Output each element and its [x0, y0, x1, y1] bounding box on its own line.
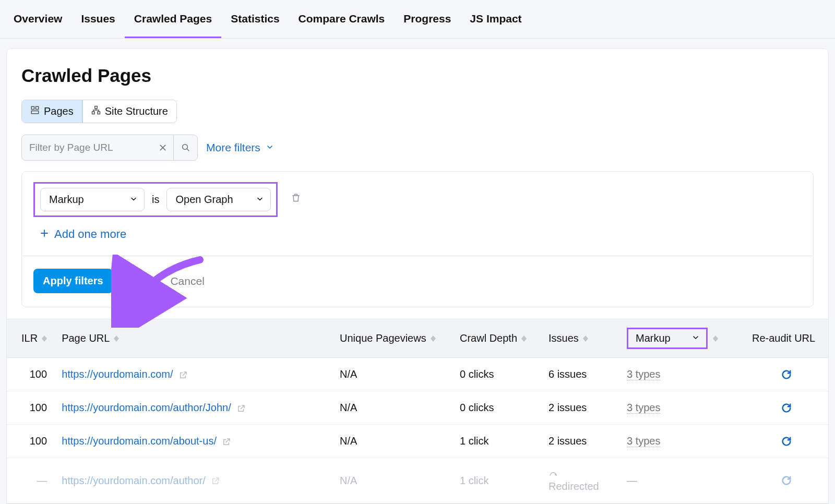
- url-filter: [21, 135, 198, 161]
- cell-markup[interactable]: 3 types: [619, 391, 745, 425]
- sort-icon: [114, 335, 119, 342]
- add-one-more-label: Add one more: [54, 227, 126, 241]
- svg-rect-3: [94, 106, 97, 109]
- cell-pageviews: N/A: [332, 458, 452, 503]
- crawled-pages-table-wrap: ILR Page URL Unique Pageviews Crawl Dept…: [7, 319, 828, 503]
- filter-field-value: Markup: [49, 194, 84, 206]
- apply-filters-button[interactable]: Apply filters: [33, 269, 113, 293]
- external-link-icon[interactable]: [222, 437, 231, 447]
- cell-reaudit: [745, 425, 828, 458]
- tab-issues[interactable]: Issues: [71, 0, 124, 38]
- cell-markup[interactable]: 3 types: [619, 425, 745, 458]
- redirect-icon: [548, 469, 612, 481]
- svg-rect-4: [92, 112, 94, 114]
- reaudit-icon[interactable]: [752, 369, 821, 380]
- pages-icon: [30, 105, 40, 117]
- filter-field-select[interactable]: Markup: [40, 188, 145, 211]
- table-row: 100https://yourdomain.com/about-us/N/A1 …: [7, 425, 828, 458]
- col-crawl-depth[interactable]: Crawl Depth: [452, 319, 541, 358]
- cell-ilr: 100: [7, 391, 54, 425]
- external-link-icon[interactable]: [236, 404, 246, 413]
- site-structure-icon: [91, 105, 101, 117]
- view-toggle-site-structure[interactable]: Site Structure: [82, 100, 176, 123]
- col-unique-pageviews[interactable]: Unique Pageviews: [332, 319, 452, 358]
- reaudit-icon[interactable]: [752, 475, 821, 486]
- page-url-link[interactable]: https://yourdomain.com/author/: [62, 475, 206, 486]
- reaudit-icon[interactable]: [752, 402, 821, 414]
- cell-reaudit: [745, 358, 828, 391]
- trash-icon[interactable]: [291, 193, 301, 203]
- cell-crawl-depth: 0 clicks: [452, 391, 541, 425]
- svg-rect-5: [98, 112, 100, 114]
- table-row: 100https://yourdomain.com/N/A0 clicks6 i…: [7, 358, 828, 391]
- page-card: Crawled Pages Pages Site Structure: [6, 48, 829, 504]
- col-markup[interactable]: Markup: [619, 319, 745, 358]
- cell-issues[interactable]: 6 issues: [541, 358, 619, 391]
- search-icon[interactable]: [173, 135, 197, 160]
- url-filter-input[interactable]: [22, 136, 152, 160]
- chevron-down-icon: [691, 332, 700, 344]
- tab-compare-crawls[interactable]: Compare Crawls: [289, 0, 395, 38]
- more-filters-link[interactable]: More filters: [206, 141, 274, 154]
- filter-builder: Markup is Open Graph: [21, 171, 814, 307]
- page-url-link[interactable]: https://yourdomain.com/about-us/: [62, 435, 217, 447]
- table-row: —https://yourdomain.com/author/N/A1 clic…: [7, 458, 828, 503]
- svg-rect-0: [31, 106, 34, 109]
- sort-icon: [521, 335, 527, 342]
- cell-issues[interactable]: 2 issues: [541, 425, 619, 458]
- cell-ilr: —: [7, 458, 54, 503]
- external-link-icon[interactable]: [178, 370, 188, 380]
- more-filters-label: More filters: [206, 141, 260, 154]
- url-filter-row: More filters: [21, 135, 814, 161]
- plus-icon: [40, 227, 49, 241]
- cell-crawl-depth: 1 click: [452, 458, 541, 503]
- cell-issues[interactable]: Redirected: [541, 458, 619, 503]
- cell-ilr: 100: [7, 425, 54, 458]
- cell-page-url: https://yourdomain.com/author/: [54, 458, 332, 503]
- svg-rect-1: [36, 106, 39, 109]
- col-issues[interactable]: Issues: [541, 319, 619, 358]
- cell-issues[interactable]: 2 issues: [541, 391, 619, 425]
- chevron-down-icon: [129, 194, 138, 206]
- cell-markup[interactable]: 3 types: [619, 358, 745, 391]
- page-url-link[interactable]: https://yourdomain.com/author/John/: [62, 402, 231, 413]
- col-reaudit: Re-audit URL: [745, 319, 828, 358]
- sort-icon: [713, 335, 718, 342]
- tab-progress[interactable]: Progress: [394, 0, 460, 38]
- page-url-link[interactable]: https://yourdomain.com/: [62, 368, 173, 380]
- sort-icon: [42, 335, 47, 342]
- tab-overview[interactable]: Overview: [4, 0, 71, 38]
- reaudit-icon[interactable]: [752, 436, 821, 447]
- sort-icon: [583, 335, 588, 342]
- top-tabs: OverviewIssuesCrawled PagesStatisticsCom…: [0, 0, 835, 39]
- cell-page-url: https://yourdomain.com/about-us/: [54, 425, 332, 458]
- cell-ilr: 100: [7, 358, 54, 391]
- chevron-down-icon: [266, 141, 274, 154]
- cancel-button[interactable]: Cancel: [170, 275, 204, 287]
- tab-js-impact[interactable]: JS Impact: [460, 0, 531, 38]
- clear-icon[interactable]: [152, 135, 173, 160]
- view-toggle-pages[interactable]: Pages: [22, 100, 82, 123]
- reset-button[interactable]: Reset: [127, 275, 156, 287]
- page-title: Crawled Pages: [21, 65, 814, 86]
- tab-crawled-pages[interactable]: Crawled Pages: [125, 0, 221, 38]
- external-link-icon[interactable]: [211, 476, 220, 486]
- col-ilr[interactable]: ILR: [7, 319, 54, 358]
- crawled-pages-table: ILR Page URL Unique Pageviews Crawl Dept…: [7, 319, 828, 503]
- view-toggle: Pages Site Structure: [21, 100, 177, 123]
- cell-markup: —: [619, 458, 745, 503]
- markup-column-select[interactable]: Markup: [627, 328, 708, 349]
- col-page-url[interactable]: Page URL: [54, 319, 332, 358]
- filter-value-select[interactable]: Open Graph: [166, 188, 271, 211]
- cell-pageviews: N/A: [332, 425, 452, 458]
- add-one-more[interactable]: Add one more: [33, 217, 802, 253]
- cell-reaudit: [745, 391, 828, 425]
- tab-statistics[interactable]: Statistics: [221, 0, 289, 38]
- cell-reaudit: [745, 458, 828, 503]
- cell-crawl-depth: 1 click: [452, 425, 541, 458]
- view-toggle-site-structure-label: Site Structure: [105, 105, 168, 117]
- filter-operator: is: [152, 194, 159, 206]
- sort-icon: [431, 335, 436, 342]
- cell-crawl-depth: 0 clicks: [452, 358, 541, 391]
- cell-pageviews: N/A: [332, 391, 452, 425]
